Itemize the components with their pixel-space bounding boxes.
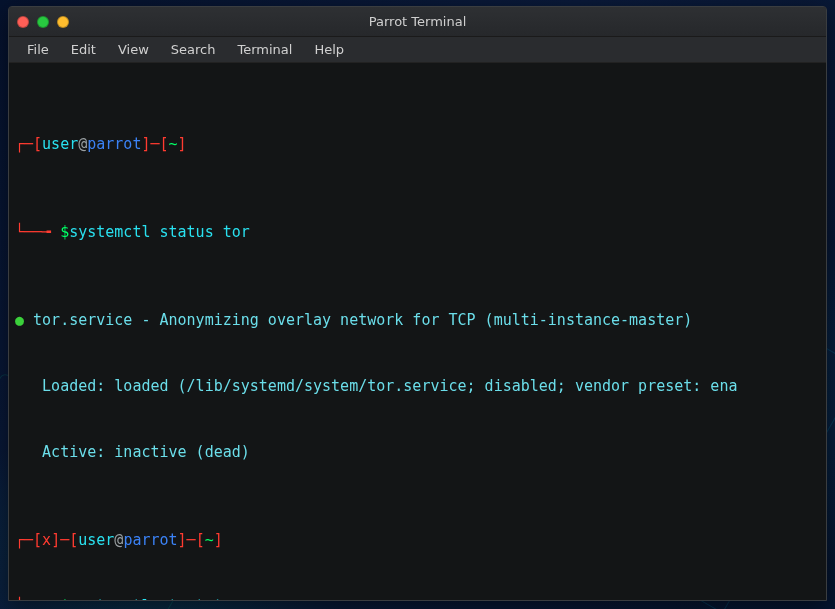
menubar: File Edit View Search Terminal Help	[9, 37, 826, 63]
terminal-window: Parrot Terminal File Edit View Search Te…	[8, 6, 827, 601]
menu-file[interactable]: File	[17, 39, 59, 60]
command-text: systemctl start tor	[69, 597, 241, 600]
output-line: Loaded: loaded (/lib/systemd/system/tor.…	[15, 375, 820, 397]
close-icon[interactable]	[17, 16, 29, 28]
command-text: systemctl status tor	[69, 223, 250, 241]
command-line: └──╼ $systemctl start tor	[15, 595, 820, 600]
output-line: ● tor.service - Anonymizing overlay netw…	[15, 309, 820, 331]
prompt-line: ┌─[user@parrot]─[~]	[15, 133, 820, 155]
titlebar[interactable]: Parrot Terminal	[9, 7, 826, 37]
maximize-icon[interactable]	[57, 16, 69, 28]
menu-terminal[interactable]: Terminal	[227, 39, 302, 60]
menu-edit[interactable]: Edit	[61, 39, 106, 60]
window-controls	[17, 16, 69, 28]
menu-view[interactable]: View	[108, 39, 159, 60]
minimize-icon[interactable]	[37, 16, 49, 28]
command-line: └──╼ $systemctl status tor	[15, 221, 820, 243]
menu-help[interactable]: Help	[304, 39, 354, 60]
window-title: Parrot Terminal	[9, 14, 826, 29]
menu-search[interactable]: Search	[161, 39, 226, 60]
output-line: Active: inactive (dead)	[15, 441, 820, 463]
prompt-line: ┌─[x]─[user@parrot]─[~]	[15, 529, 820, 551]
terminal-viewport[interactable]: ┌─[user@parrot]─[~] └──╼ $systemctl stat…	[9, 63, 826, 600]
